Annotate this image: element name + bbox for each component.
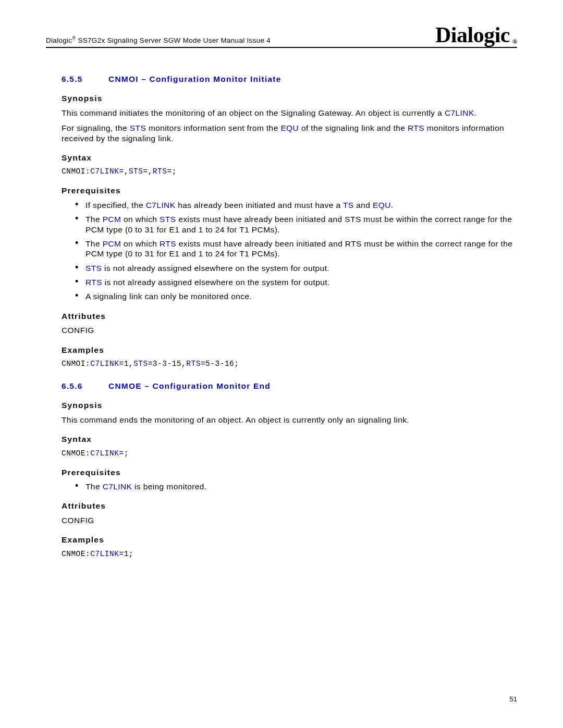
syntax-code: CNMOE:C7LINK=; <box>62 449 517 458</box>
attributes-label: Attributes <box>62 311 517 321</box>
prerequisites-list-656: The C7LINK is being monitored. <box>62 482 517 491</box>
text: monitors information sent from the <box>146 124 280 132</box>
code-kw-sts: STS <box>129 167 143 176</box>
code-text: =1, <box>119 360 133 368</box>
prerequisites-label: Prerequisites <box>62 186 517 195</box>
list-item: The PCM on which STS exists must have al… <box>85 214 517 235</box>
code-kw-c7link: C7LINK <box>90 167 119 176</box>
c7link-link[interactable]: C7LINK <box>445 108 474 117</box>
content-body: 6.5.5 CNMOI – Configuration Monitor Init… <box>46 74 517 559</box>
c7link-link[interactable]: C7LINK <box>146 201 176 209</box>
attributes-value: CONFIG <box>62 515 517 525</box>
equ-link[interactable]: EQU <box>373 201 391 209</box>
section-title: CNMOI – Configuration Monitor Initiate <box>108 74 517 84</box>
section-number: 6.5.6 <box>62 381 108 391</box>
text: The <box>85 239 103 248</box>
code-text: =3-3-15, <box>148 360 187 368</box>
text: on which <box>121 215 160 224</box>
rts-link[interactable]: RTS <box>408 124 424 132</box>
c7link-link[interactable]: C7LINK <box>103 482 132 491</box>
section-heading-655: 6.5.5 CNMOI – Configuration Monitor Init… <box>62 74 517 84</box>
examples-code: CNMOE:C7LINK=1; <box>62 549 517 559</box>
list-item: A signaling link can only be monitored o… <box>85 291 517 301</box>
page-number: 51 <box>510 695 517 703</box>
doc-title: Dialogic® SS7G2x Signaling Server SGW Mo… <box>46 35 271 46</box>
sts-link[interactable]: STS <box>130 124 146 132</box>
page-header: Dialogic® SS7G2x Signaling Server SGW Mo… <box>46 24 517 48</box>
syntax-code: CNMOI:C7LINK=,STS=,RTS=; <box>62 167 517 176</box>
section-heading-656: 6.5.6 CNMOE – Configuration Monitor End <box>62 381 517 391</box>
list-item: If specified, the C7LINK has already bee… <box>85 200 517 210</box>
rts-link[interactable]: RTS <box>160 239 176 248</box>
text: For signaling, the <box>62 124 130 132</box>
syntax-label: Syntax <box>62 434 517 444</box>
text: on which <box>121 239 160 248</box>
examples-code: CNMOI:C7LINK=1,STS=3-3-15,RTS=5-3-16; <box>62 359 517 368</box>
examples-label: Examples <box>62 345 517 355</box>
text: and <box>354 201 373 209</box>
dialogic-logo: Dialogic® <box>435 24 517 46</box>
code-text: CNMOI: <box>62 360 90 368</box>
section-number: 6.5.5 <box>62 74 108 84</box>
rts-link[interactable]: RTS <box>85 278 102 287</box>
text: . <box>474 108 477 117</box>
text: A signaling link can only be monitored o… <box>85 292 252 301</box>
code-kw-rts: RTS <box>186 360 201 368</box>
synopsis-label: Synopsis <box>62 400 517 410</box>
page: Dialogic® SS7G2x Signaling Server SGW Mo… <box>0 0 563 728</box>
doc-title-rest: SS7G2x Signaling Server SGW Mode User Ma… <box>76 36 271 44</box>
code-text: =; <box>167 167 176 176</box>
sts-link[interactable]: STS <box>160 215 176 224</box>
code-kw-rts: RTS <box>153 167 167 176</box>
logo-registered-icon: ® <box>512 38 517 45</box>
syntax-label: Syntax <box>62 153 517 163</box>
prerequisites-label: Prerequisites <box>62 467 517 477</box>
prerequisites-list-655: If specified, the C7LINK has already bee… <box>62 200 517 302</box>
code-text: =1; <box>119 550 133 558</box>
ts-link[interactable]: TS <box>343 201 354 209</box>
code-text: CNMOI: <box>62 167 90 176</box>
synopsis-label: Synopsis <box>62 93 517 103</box>
section-title: CNMOE – Configuration Monitor End <box>108 381 517 391</box>
attributes-value: CONFIG <box>62 325 517 335</box>
doc-title-brand: Dialogic <box>46 36 72 44</box>
code-text: CNMOE: <box>62 449 90 458</box>
code-kw-c7link: C7LINK <box>90 550 119 558</box>
text: The <box>85 482 103 491</box>
pcm-link[interactable]: PCM <box>103 215 121 224</box>
pcm-link[interactable]: PCM <box>103 239 121 248</box>
text: of the signaling link and the <box>299 124 408 132</box>
text: is not already assigned elsewhere on the… <box>102 278 330 287</box>
code-kw-c7link: C7LINK <box>90 449 119 458</box>
list-item: STS is not already assigned elsewhere on… <box>85 263 517 273</box>
code-text: =, <box>119 167 128 176</box>
synopsis-para: This command ends the monitoring of an o… <box>62 415 517 425</box>
code-text: =5-3-16; <box>201 360 239 368</box>
text: is not already assigned elsewhere on the… <box>102 264 329 273</box>
code-text: CNMOE: <box>62 550 90 558</box>
synopsis-para-1: This command initiates the monitoring of… <box>62 108 517 118</box>
examples-label: Examples <box>62 535 517 545</box>
text: . <box>391 201 394 209</box>
code-kw-c7link: C7LINK <box>90 360 119 368</box>
equ-link[interactable]: EQU <box>280 124 299 132</box>
code-text: =, <box>143 167 152 176</box>
code-text: =; <box>119 449 128 458</box>
list-item: The PCM on which RTS exists must have al… <box>85 239 517 259</box>
text: This command initiates the monitoring of… <box>62 108 445 117</box>
sts-link[interactable]: STS <box>85 264 102 273</box>
attributes-label: Attributes <box>62 501 517 511</box>
text: The <box>85 215 103 224</box>
text: is being monitored. <box>132 482 206 491</box>
synopsis-para-2: For signaling, the STS monitors informat… <box>62 123 517 143</box>
list-item: RTS is not already assigned elsewhere on… <box>85 277 517 287</box>
list-item: The C7LINK is being monitored. <box>85 482 517 491</box>
text: If specified, the <box>85 201 146 209</box>
code-kw-sts: STS <box>133 360 148 368</box>
logo-text: Dialogic <box>435 23 510 47</box>
text: has already been initiated and must have… <box>175 201 343 209</box>
